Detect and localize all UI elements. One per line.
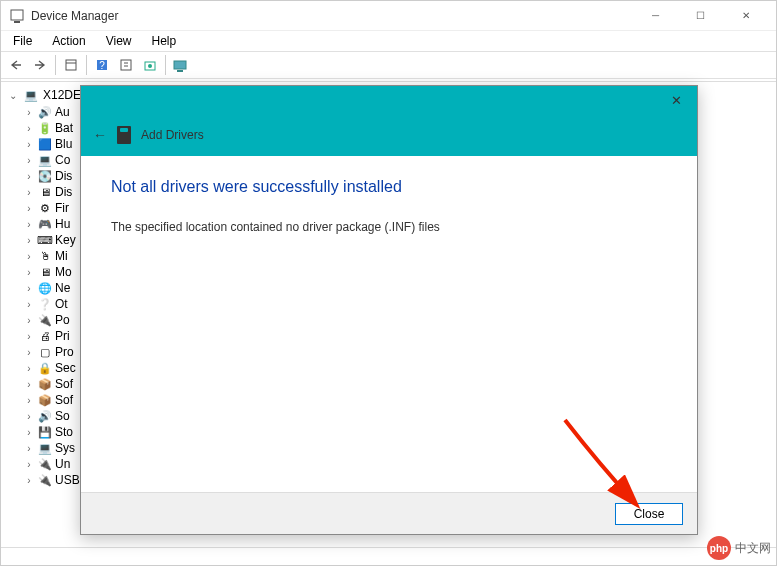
dialog-message: The specified location contained no driv… <box>111 220 667 234</box>
svg-point-10 <box>148 64 152 68</box>
expand-icon[interactable]: › <box>23 203 35 214</box>
expand-icon[interactable]: › <box>23 235 35 246</box>
expand-icon[interactable]: › <box>23 171 35 182</box>
expand-icon[interactable]: › <box>23 283 35 294</box>
expand-icon[interactable]: › <box>23 443 35 454</box>
maximize-button[interactable]: ☐ <box>678 2 723 30</box>
expand-icon[interactable]: › <box>23 459 35 470</box>
device-icon: 🖥 <box>37 265 53 279</box>
device-label: Sto <box>55 425 73 439</box>
device-icon: 💻 <box>37 153 53 167</box>
watermark-text: 中文网 <box>735 540 771 557</box>
device-label: Sof <box>55 377 73 391</box>
expand-icon[interactable]: › <box>23 251 35 262</box>
expand-icon[interactable]: › <box>23 139 35 150</box>
menu-view[interactable]: View <box>98 32 140 50</box>
expand-icon[interactable]: › <box>23 347 35 358</box>
expand-icon[interactable]: › <box>23 363 35 374</box>
scan-icon[interactable] <box>170 54 192 76</box>
expand-icon[interactable]: › <box>23 299 35 310</box>
device-icon: ❔ <box>37 297 53 311</box>
device-icon: 🔋 <box>37 121 53 135</box>
device-icon: 🔌 <box>37 473 53 487</box>
back-arrow-icon[interactable]: ← <box>93 127 107 143</box>
device-icon: 📦 <box>37 393 53 407</box>
dialog-heading: Not all drivers were successfully instal… <box>111 178 667 196</box>
device-icon: ⚙ <box>37 201 53 215</box>
expand-icon[interactable]: › <box>23 187 35 198</box>
device-label: Bat <box>55 121 73 135</box>
menubar: File Action View Help <box>1 31 776 51</box>
help-icon[interactable]: ? <box>91 54 113 76</box>
expand-icon[interactable]: › <box>23 395 35 406</box>
device-icon: 🔌 <box>37 457 53 471</box>
device-label: Sof <box>55 393 73 407</box>
device-label: Pro <box>55 345 74 359</box>
menu-action[interactable]: Action <box>44 32 93 50</box>
device-icon: 💽 <box>37 169 53 183</box>
device-label: Hu <box>55 217 70 231</box>
app-icon <box>9 8 25 24</box>
expand-icon[interactable]: › <box>23 475 35 486</box>
dialog-title: Add Drivers <box>141 128 204 142</box>
dialog-close-button[interactable]: ✕ <box>661 89 691 111</box>
dialog-header: ← Add Drivers <box>81 114 697 156</box>
device-label: Dis <box>55 185 72 199</box>
watermark: php 中文网 <box>707 536 771 560</box>
statusbar <box>1 547 776 565</box>
device-label: Po <box>55 313 70 327</box>
device-label: Sys <box>55 441 75 455</box>
menu-file[interactable]: File <box>5 32 40 50</box>
update-icon[interactable] <box>139 54 161 76</box>
device-label: Au <box>55 105 70 119</box>
device-icon: 🖨 <box>37 329 53 343</box>
device-label: So <box>55 409 70 423</box>
device-icon: 🔊 <box>37 105 53 119</box>
close-button[interactable]: ✕ <box>723 2 768 30</box>
device-label: Un <box>55 457 70 471</box>
expand-icon[interactable]: › <box>23 427 35 438</box>
menu-help[interactable]: Help <box>144 32 185 50</box>
device-icon: 🔌 <box>37 313 53 327</box>
show-hide-icon[interactable] <box>60 54 82 76</box>
expand-icon[interactable]: › <box>23 219 35 230</box>
expand-icon[interactable]: › <box>23 123 35 134</box>
device-label: Ne <box>55 281 70 295</box>
device-icon: 🔊 <box>37 409 53 423</box>
device-label: Ot <box>55 297 68 311</box>
device-label: Key <box>55 233 76 247</box>
device-icon: 💻 <box>37 441 53 455</box>
expand-icon[interactable]: › <box>23 315 35 326</box>
svg-rect-11 <box>174 61 186 69</box>
expand-icon[interactable]: › <box>23 107 35 118</box>
dialog-body: Not all drivers were successfully instal… <box>81 156 697 256</box>
toolbar: ? <box>1 51 776 79</box>
device-icon: 📦 <box>37 377 53 391</box>
device-icon: 🔒 <box>37 361 53 375</box>
expand-icon[interactable]: › <box>23 411 35 422</box>
device-label: Fir <box>55 201 69 215</box>
window-title: Device Manager <box>31 9 633 23</box>
minimize-button[interactable]: ─ <box>633 2 678 30</box>
close-button[interactable]: Close <box>615 503 683 525</box>
svg-rect-0 <box>11 10 23 20</box>
expand-icon[interactable]: › <box>23 155 35 166</box>
expand-icon[interactable]: › <box>23 331 35 342</box>
svg-rect-12 <box>177 70 183 72</box>
device-label: Dis <box>55 169 72 183</box>
device-label: USB <box>55 473 80 487</box>
expand-icon[interactable]: › <box>23 379 35 390</box>
forward-icon[interactable] <box>29 54 51 76</box>
device-icon: ▢ <box>37 345 53 359</box>
expand-icon[interactable]: › <box>23 267 35 278</box>
add-drivers-dialog: ✕ ← Add Drivers Not all drivers were suc… <box>80 85 698 535</box>
svg-rect-6 <box>121 60 131 70</box>
device-label: Mo <box>55 265 72 279</box>
device-icon: 💾 <box>37 425 53 439</box>
back-icon[interactable] <box>5 54 27 76</box>
titlebar: Device Manager ─ ☐ ✕ <box>1 1 776 31</box>
svg-text:?: ? <box>99 60 105 71</box>
device-icon: 🌐 <box>37 281 53 295</box>
collapse-icon[interactable]: ⌄ <box>7 90 19 101</box>
properties-icon[interactable] <box>115 54 137 76</box>
